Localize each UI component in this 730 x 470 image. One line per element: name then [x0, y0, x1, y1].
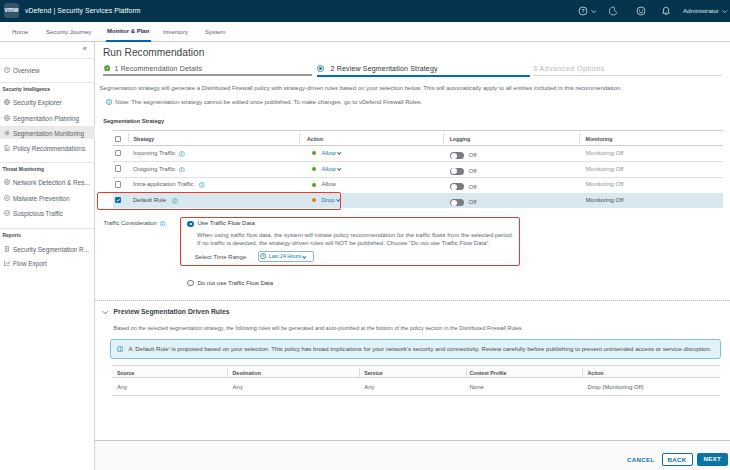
svg-text:?: ?	[582, 8, 585, 14]
